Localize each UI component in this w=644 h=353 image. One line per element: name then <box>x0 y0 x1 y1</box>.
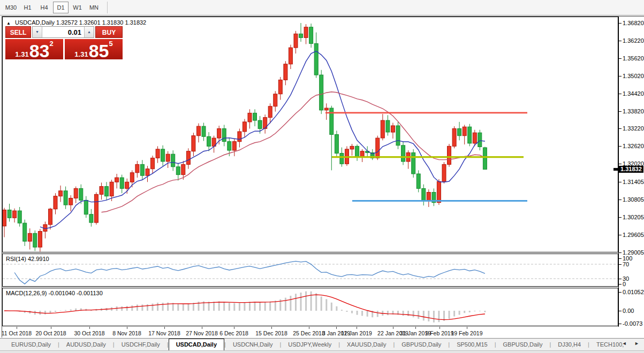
price-axis-label: 1.36220 <box>623 37 644 44</box>
toolbar-separator <box>107 2 108 13</box>
price-axis-label: 1.29605 <box>623 232 644 238</box>
time-axis[interactable]: 11 Oct 201820 Oct 201830 Oct 20188 Nov 2… <box>2 327 644 338</box>
price-axis-label: 1.30205 <box>623 214 644 220</box>
time-axis-label: 6 Dec 2018 <box>215 330 253 336</box>
indicator-scale-label: 0.00 <box>623 308 634 314</box>
volume-input[interactable] <box>42 27 84 37</box>
price-axis-tick <box>619 146 622 147</box>
price-axis-tick <box>619 128 622 129</box>
timeframe-button-d1[interactable]: D1 <box>53 2 69 13</box>
time-axis-tick <box>271 327 272 329</box>
time-axis-label: 19 Feb 2019 <box>448 330 486 336</box>
indicator-scale-label: 0.010525 <box>623 289 644 295</box>
time-axis-tick <box>202 327 202 329</box>
volume-stepper: ▼ ▲ <box>32 26 94 38</box>
tab-scroll-left-icon[interactable]: ◄ <box>622 341 630 346</box>
timeframe-button-h4[interactable]: H4 <box>36 2 52 13</box>
time-axis-label: 8 Nov 2018 <box>108 330 146 336</box>
time-axis-tick <box>415 327 416 329</box>
timeframe-toolbar: M30H1H4D1W1MN <box>0 0 644 16</box>
price-axis-label: 1.32620 <box>623 143 644 149</box>
price-axis-tick <box>619 41 622 41</box>
buy-price-tile[interactable]: 1.31 85 5 <box>65 39 123 59</box>
time-axis-tick <box>336 327 337 329</box>
buy-price-prefix: 1.31 <box>74 51 88 58</box>
indicator-scale-tick <box>619 324 622 324</box>
sell-button[interactable]: SELL <box>5 26 31 38</box>
current-price-badge: 1.31832 <box>619 166 643 173</box>
buy-button[interactable]: BUY <box>95 26 123 38</box>
tab-xauusd-daily[interactable]: XAUUSD,Daily <box>340 339 393 351</box>
tab-gbpusd-daily[interactable]: GBPUSD,Daily <box>496 339 549 351</box>
tab-gbpusd-daily[interactable]: GBPUSD,Daily <box>395 339 448 351</box>
time-axis-tick <box>89 327 90 329</box>
tab-usdcnh-daily[interactable]: USDCNH,Daily <box>226 339 280 351</box>
trading-terminal: M30H1H4D1W1MN ▲ USDCAD,Daily 1.32572 1.3… <box>0 0 644 353</box>
timeframe-button-mn[interactable]: MN <box>86 2 102 13</box>
one-click-trading-panel: SELL ▼ ▲ BUY 1.31 83 2 1.31 85 5 <box>5 26 123 59</box>
chart-ohlc-values: 1.32572 1.32601 1.31830 1.31832 <box>56 19 146 26</box>
chart-tab-bar: EURUSD,Daily|AUDUSD,Daily|USDCHF,Daily|U… <box>0 338 644 351</box>
indicator-scale-label: 0 <box>623 281 626 287</box>
time-axis-label: 17 Nov 2018 <box>146 330 183 336</box>
time-axis-tick <box>393 327 393 329</box>
price-axis-tick <box>619 23 622 24</box>
tab-usdchf-daily[interactable]: USDCHF,Daily <box>115 339 167 351</box>
timeframe-button-w1[interactable]: W1 <box>70 2 85 13</box>
chart-symbol-label: USDCAD,Daily <box>15 19 55 26</box>
time-axis-label: 20 Oct 2018 <box>32 330 70 336</box>
indicator-scale-tick <box>619 279 622 279</box>
price-axis-tick <box>619 217 622 218</box>
tab-scroll-arrows: ◄ ► <box>622 341 642 346</box>
rsi-indicator-label: RSI(14) 42.9910 <box>6 256 49 262</box>
time-axis-label: 15 Dec 2018 <box>253 330 290 336</box>
sell-price-pip-digit: 2 <box>49 40 53 47</box>
sell-price-big-digits: 83 <box>29 44 50 58</box>
price-axis-label: 1.30805 <box>623 196 644 203</box>
time-axis-tick <box>127 327 127 329</box>
time-axis-tick <box>467 327 467 329</box>
price-axis[interactable]: 1.368201.362201.356201.350201.344201.338… <box>618 17 644 327</box>
price-axis-label: 1.33820 <box>623 108 644 114</box>
time-axis-tick <box>309 327 309 329</box>
timeframe-button-h1[interactable]: H1 <box>20 2 35 13</box>
price-axis-tick <box>619 182 622 182</box>
price-axis-label: 1.35020 <box>623 73 644 79</box>
indicator-scale-tick <box>619 292 622 293</box>
buy-price-big-digits: 85 <box>89 44 109 58</box>
time-axis-label: 12 Jan 2019 <box>338 330 375 336</box>
price-axis-tick <box>619 58 622 59</box>
time-axis-tick <box>17 327 17 329</box>
indicator-scale-tick <box>619 311 622 311</box>
time-axis-tick <box>51 327 51 329</box>
price-axis-tick <box>619 76 622 76</box>
volume-decrease-icon[interactable]: ▼ <box>33 27 42 37</box>
sell-price-prefix: 1.31 <box>15 51 28 58</box>
price-axis-label: 1.36820 <box>623 20 644 26</box>
time-axis-tick <box>357 327 357 329</box>
time-axis-tick <box>164 327 165 329</box>
indicator-scale-label: 70 <box>623 261 629 267</box>
price-axis-label: 1.31405 <box>623 179 644 185</box>
tab-usdcad-daily[interactable]: USDCAD,Daily <box>169 339 224 351</box>
tab-sp500-m15[interactable]: SP500,M15 <box>450 339 494 351</box>
chart-expand-icon[interactable]: ▲ <box>6 21 11 26</box>
volume-increase-icon[interactable]: ▲ <box>84 27 94 37</box>
chart-title: ▲ USDCAD,Daily 1.32572 1.32601 1.31830 1… <box>6 19 146 26</box>
tab-dj30-h4[interactable]: DJ30,H4 <box>551 339 588 351</box>
rsi-canvas[interactable] <box>3 254 618 286</box>
price-axis-tick <box>619 252 622 253</box>
price-axis-tick <box>619 199 622 200</box>
time-axis-tick <box>234 327 234 329</box>
tab-audusd-daily[interactable]: AUDUSD,Daily <box>59 339 113 351</box>
timeframe-button-m30[interactable]: M30 <box>3 2 19 13</box>
sell-price-tile[interactable]: 1.31 83 2 <box>5 39 63 59</box>
price-axis-label: 1.33220 <box>623 125 644 132</box>
tab-eurusd-daily[interactable]: EURUSD,Daily <box>4 339 58 351</box>
time-axis-label: 11 Oct 2018 <box>0 330 35 336</box>
tab-scroll-right-icon[interactable]: ► <box>634 341 642 346</box>
tab-usdjpy-weekly[interactable]: USDJPY,Weekly <box>281 339 338 351</box>
buy-price-pip-digit: 5 <box>109 40 112 47</box>
price-axis-tick <box>619 94 622 94</box>
macd-indicator-label: MACD(12,26,9) -0.001040 -0.001130 <box>6 290 103 296</box>
